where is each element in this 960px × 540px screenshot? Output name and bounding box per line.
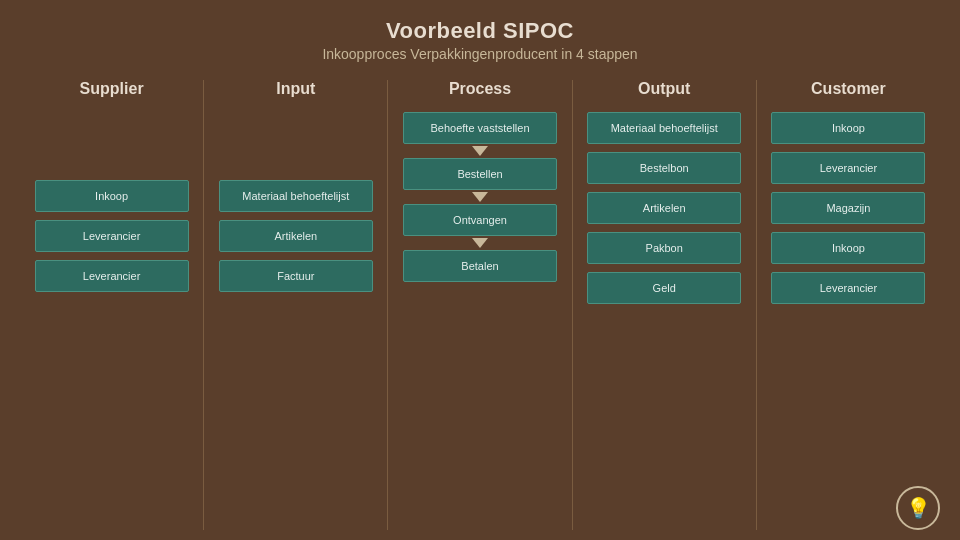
list-item: Betalen xyxy=(403,250,557,282)
input-items: Materiaal behoeftelijst Artikelen Factuu… xyxy=(210,112,381,292)
list-item: Magazijn xyxy=(771,192,925,224)
page-container: Voorbeeld SIPOC Inkoopproces Verpakkinge… xyxy=(0,0,960,540)
supplier-header: Supplier xyxy=(80,80,144,98)
arrow-down-icon xyxy=(472,146,488,156)
customer-header: Customer xyxy=(811,80,886,98)
input-col: Input Materiaal behoeftelijst Artikelen … xyxy=(204,80,388,530)
list-item: Leverancier xyxy=(771,152,925,184)
list-item: Artikelen xyxy=(219,220,373,252)
arrow-down-icon xyxy=(472,192,488,202)
title-sub: Inkoopproces Verpakkingenproducent in 4 … xyxy=(322,46,637,62)
supplier-col: Supplier Inkoop Leverancier Leverancier xyxy=(20,80,204,530)
list-item: Inkoop xyxy=(771,112,925,144)
output-header: Output xyxy=(638,80,690,98)
logo-area: 💡 xyxy=(896,486,940,530)
title-block: Voorbeeld SIPOC Inkoopproces Verpakkinge… xyxy=(322,18,637,62)
output-items: Materiaal behoeftelijst Bestelbon Artike… xyxy=(579,112,750,304)
list-item: Leverancier xyxy=(771,272,925,304)
output-col: Output Materiaal behoeftelijst Bestelbon… xyxy=(573,80,757,530)
list-item: Materiaal behoeftelijst xyxy=(587,112,741,144)
supplier-items: Inkoop Leverancier Leverancier xyxy=(26,112,197,292)
list-item: Bestelbon xyxy=(587,152,741,184)
customer-items: Inkoop Leverancier Magazijn Inkoop Lever… xyxy=(763,112,934,304)
list-item: Leverancier xyxy=(35,220,189,252)
sipoc-table: Supplier Inkoop Leverancier Leverancier … xyxy=(20,80,940,530)
process-col: Process Behoefte vaststellen Bestellen O… xyxy=(388,80,572,530)
list-item: Geld xyxy=(587,272,741,304)
title-main: Voorbeeld SIPOC xyxy=(322,18,637,44)
list-item: Factuur xyxy=(219,260,373,292)
list-item: Bestellen xyxy=(403,158,557,190)
process-items: Behoefte vaststellen Bestellen Ontvangen… xyxy=(394,112,565,282)
logo-icon: 💡 xyxy=(906,496,931,520)
list-item: Ontvangen xyxy=(403,204,557,236)
list-item: Leverancier xyxy=(35,260,189,292)
list-item: Behoefte vaststellen xyxy=(403,112,557,144)
input-header: Input xyxy=(276,80,315,98)
process-header: Process xyxy=(449,80,511,98)
list-item: Pakbon xyxy=(587,232,741,264)
list-item: Inkoop xyxy=(35,180,189,212)
arrow-down-icon xyxy=(472,238,488,248)
customer-col: Customer Inkoop Leverancier Magazijn Ink… xyxy=(757,80,940,530)
list-item: Materiaal behoeftelijst xyxy=(219,180,373,212)
list-item: Artikelen xyxy=(587,192,741,224)
list-item: Inkoop xyxy=(771,232,925,264)
